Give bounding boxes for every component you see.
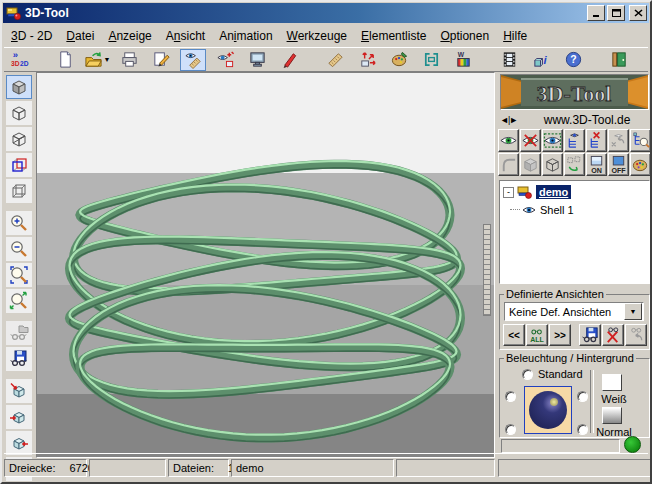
tree-collapse-icon[interactable]: -: [503, 187, 514, 198]
close-button[interactable]: [629, 5, 647, 21]
zoom-in-icon: [9, 213, 29, 233]
menubar: 3D - 2DDateiAnzeigeAnsichtAnimationWerkz…: [4, 25, 648, 46]
menu-ansicht[interactable]: Ansicht: [159, 27, 212, 45]
background-normal-button[interactable]: [602, 407, 622, 424]
viewport-slider[interactable]: [483, 224, 491, 316]
help-icon: ?: [564, 50, 583, 69]
menu-hilfe[interactable]: Hilfe: [496, 27, 534, 45]
render-transparent-button[interactable]: [6, 179, 32, 203]
tree-root-row[interactable]: - demo: [502, 183, 649, 201]
light-bottom-right-radio[interactable]: [577, 424, 588, 435]
help-button[interactable]: ?: [560, 49, 586, 71]
view-right-button[interactable]: [6, 431, 32, 455]
prev-def-view-button[interactable]: <<: [503, 324, 525, 346]
open-file-dropdown-icon[interactable]: ▼: [104, 56, 111, 63]
hide-in-list-button[interactable]: [586, 129, 607, 152]
viewport-3d[interactable]: [36, 72, 495, 458]
svg-text:i: i: [543, 54, 547, 66]
menu-datei[interactable]: Datei: [59, 27, 101, 45]
cross-section-button[interactable]: [418, 49, 444, 71]
measure-tools-button[interactable]: [322, 49, 348, 71]
maximize-button[interactable]: [607, 5, 625, 21]
monitor-display-button[interactable]: [244, 49, 270, 71]
show-element-button[interactable]: [498, 129, 519, 152]
menu-3d-2d[interactable]: 3D - 2D: [4, 27, 59, 45]
cube-hidden-icon: [9, 129, 29, 149]
all-def-views-button[interactable]: ALL: [526, 324, 548, 346]
explode-view-button[interactable]: [354, 49, 380, 71]
color-edit-button[interactable]: [386, 49, 412, 71]
svg-text:»: »: [12, 50, 17, 60]
light-bottom-left-radio[interactable]: [505, 424, 516, 435]
delete-def-view-button[interactable]: [602, 324, 624, 346]
show-selected-button[interactable]: [542, 129, 563, 152]
tree-child-row[interactable]: Shell 1: [510, 201, 649, 219]
refresh-selection-button[interactable]: [564, 153, 585, 176]
capture-view-button[interactable]: [212, 49, 238, 71]
save-view-button[interactable]: [6, 347, 32, 371]
titlebar[interactable]: 3D-Tool: [3, 3, 649, 23]
paint-icon: [390, 50, 409, 69]
light-top-right-radio[interactable]: [577, 391, 588, 402]
element-color-button[interactable]: [630, 153, 651, 176]
menu-anzeige[interactable]: Anzeige: [101, 27, 158, 45]
open-file-button[interactable]: ▼: [84, 49, 110, 71]
zoom-in-button[interactable]: [6, 211, 32, 235]
light-spot: [550, 398, 558, 406]
model-info-button[interactable]: i: [528, 49, 554, 71]
view-front-button[interactable]: [6, 379, 32, 403]
on-button-icon: ON: [587, 155, 606, 174]
zoom-fit-button[interactable]: [6, 289, 32, 313]
show-in-list-button[interactable]: [564, 129, 585, 152]
menu-elementliste[interactable]: Elementliste: [354, 27, 433, 45]
render-colored-edges-button[interactable]: [6, 153, 32, 177]
light-position-preview[interactable]: [524, 386, 572, 434]
render-hidden-line-button[interactable]: [6, 127, 32, 151]
view-right-icon: [9, 433, 29, 453]
chevron-down-icon[interactable]: ▼: [624, 303, 642, 320]
mode-3d-2d-button[interactable]: »3D2D: [6, 49, 32, 71]
save-def-view-button[interactable]: [579, 324, 601, 346]
defined-views-value: Keine Def. Ansichten: [505, 306, 624, 318]
render-wireframe-button[interactable]: [6, 101, 32, 125]
svg-text:?: ?: [570, 54, 576, 65]
all-off-button[interactable]: OFF: [608, 153, 629, 176]
render-shaded-button[interactable]: [6, 75, 32, 99]
zoom-out-button[interactable]: [6, 237, 32, 261]
new-file-button[interactable]: [52, 49, 78, 71]
light-standard-radio[interactable]: [522, 369, 533, 380]
view-left-button[interactable]: [6, 405, 32, 429]
menu-werkzeuge[interactable]: Werkzeuge: [280, 27, 354, 45]
panel-splitter-icon[interactable]: ◄|►: [500, 115, 517, 125]
3d-tool-logo: 3D-Tool: [500, 74, 649, 110]
defined-views-select[interactable]: Keine Def. Ansichten ▼: [504, 302, 644, 321]
view-left-icon: [9, 407, 29, 427]
show-element-icon: [499, 131, 518, 150]
background-white-label: Weiß: [592, 393, 636, 405]
marker-pen-button[interactable]: [276, 49, 302, 71]
right-panel: 3D-Tool ◄|► www.3D-Tool.de ONOFF - demo: [497, 72, 652, 458]
wire-mode-button[interactable]: [542, 153, 563, 176]
print-button[interactable]: [116, 49, 142, 71]
next-def-view-button[interactable]: >>: [549, 324, 571, 346]
zoom-window-button[interactable]: [6, 263, 32, 287]
menu-optionen[interactable]: Optionen: [433, 27, 496, 45]
tree-child-label[interactable]: Shell 1: [540, 204, 574, 216]
edit-notes-button[interactable]: [148, 49, 174, 71]
cube-wire2-icon: [543, 155, 562, 174]
light-top-left-radio[interactable]: [505, 391, 516, 402]
minimize-button[interactable]: [587, 5, 605, 21]
website-link[interactable]: www.3D-Tool.de: [525, 113, 649, 127]
svg-text:OFF: OFF: [611, 167, 626, 174]
hide-element-button[interactable]: [520, 129, 541, 152]
svg-text:3D-Tool: 3D-Tool: [537, 81, 612, 106]
all-on-button[interactable]: ON: [586, 153, 607, 176]
menu-animation[interactable]: Animation: [212, 27, 279, 45]
measure-view-button[interactable]: [180, 49, 206, 71]
tree-root-label[interactable]: demo: [536, 185, 571, 199]
find-in-tree-button[interactable]: [630, 129, 651, 152]
animation-button[interactable]: [496, 49, 522, 71]
exit-button[interactable]: [606, 49, 632, 71]
background-white-button[interactable]: [602, 374, 622, 391]
wall-thickness-button[interactable]: W: [450, 49, 476, 71]
